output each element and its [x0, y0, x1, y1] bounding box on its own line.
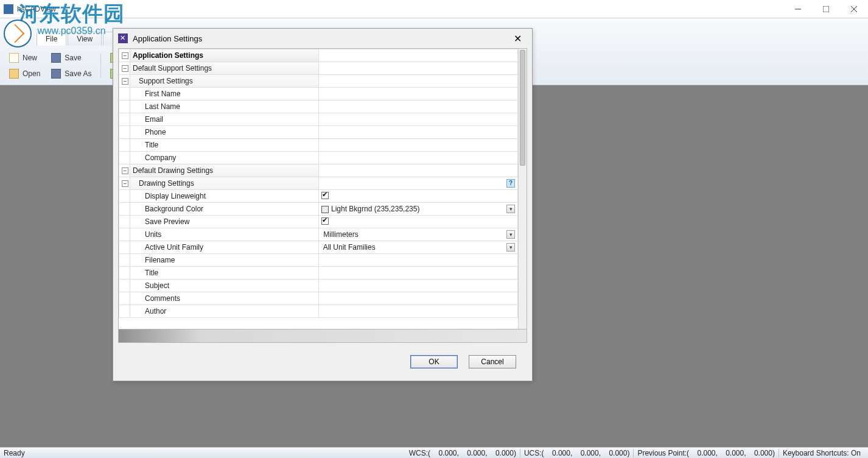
collapse-icon[interactable]: − — [122, 167, 128, 174]
cell-last-name: Last Name — [130, 100, 319, 113]
cell-author: Author — [130, 305, 319, 318]
svg-rect-1 — [823, 6, 829, 12]
main-titlebar: hsCADView — [0, 0, 868, 18]
row-active-unit-family[interactable]: Active Unit Family All Unit Families▾ — [119, 241, 518, 254]
value-comments[interactable] — [319, 292, 518, 305]
value-subject[interactable] — [319, 280, 518, 292]
tab-view[interactable]: View — [68, 32, 102, 46]
value-first-name[interactable] — [319, 88, 518, 100]
bg-color-text: Light Bkgrnd (235,235,235) — [331, 205, 419, 213]
open-button[interactable]: Open — [5, 66, 44, 81]
row-company[interactable]: Company — [119, 152, 518, 164]
row-filename[interactable]: Filename — [119, 254, 518, 267]
dialog-icon — [118, 33, 128, 43]
row-last-name[interactable]: Last Name — [119, 100, 518, 113]
dropdown-icon[interactable]: ▾ — [506, 230, 515, 239]
collapse-icon[interactable]: − — [122, 52, 128, 59]
value-company[interactable] — [319, 152, 518, 164]
row-subject[interactable]: Subject — [119, 280, 518, 292]
open-folder-icon — [9, 69, 19, 79]
row-display-lineweight[interactable]: Display Lineweight — [119, 190, 518, 203]
saveas-icon — [51, 69, 61, 79]
cell-drawing-settings: Drawing Settings — [130, 177, 319, 190]
ok-button[interactable]: OK — [410, 355, 458, 368]
value-active-unit-family[interactable]: All Unit Families▾ — [319, 241, 518, 254]
value-author[interactable] — [319, 305, 518, 318]
save-button[interactable]: Save — [47, 51, 96, 65]
cell-comments: Comments — [130, 292, 319, 305]
status-wcs: WCS:( 0.000, 0.000, 0.000) — [405, 449, 520, 457]
minimize-button[interactable] — [784, 0, 812, 18]
collapse-icon[interactable]: − — [122, 65, 128, 72]
dropdown-icon[interactable]: ▾ — [506, 205, 515, 213]
scrollbar-thumb[interactable] — [520, 50, 525, 166]
value-title[interactable] — [319, 139, 518, 152]
maximize-button[interactable] — [812, 0, 840, 18]
value-phone[interactable] — [319, 126, 518, 139]
cell-title2: Title — [130, 267, 319, 280]
toolbar-separator — [100, 54, 101, 78]
window-title: hsCADView — [17, 5, 56, 13]
close-button[interactable] — [840, 0, 868, 18]
cell-background-color: Background Color — [130, 203, 319, 216]
value-units[interactable]: Millimeters▾ — [319, 228, 518, 241]
cancel-button[interactable]: Cancel — [469, 355, 516, 368]
dialog-titlebar[interactable]: Application Settings ✕ — [113, 29, 532, 48]
row-drawing-settings[interactable]: −Drawing Settings? — [119, 177, 518, 190]
dialog-close-button[interactable]: ✕ — [508, 33, 527, 44]
cell-first-name: First Name — [130, 88, 319, 100]
cell-phone: Phone — [130, 126, 319, 139]
row-comments[interactable]: Comments — [119, 292, 518, 305]
dropdown-icon[interactable]: ▾ — [506, 243, 515, 252]
description-bar — [118, 329, 527, 343]
row-phone[interactable]: Phone — [119, 126, 518, 139]
status-shortcuts: Keyboard Shortcuts: On — [779, 449, 864, 457]
row-default-drawing[interactable]: −Default Drawing Settings — [119, 164, 518, 177]
status-prev-point: Previous Point:( 0.000, 0.000, 0.000) — [634, 449, 779, 457]
saveas-button[interactable]: Save As — [47, 66, 96, 81]
value-email[interactable] — [319, 113, 518, 126]
row-first-name[interactable]: First Name — [119, 88, 518, 100]
collapse-icon[interactable]: − — [122, 180, 128, 187]
auf-text: All Unit Families — [323, 243, 376, 252]
row-author[interactable]: Author — [119, 305, 518, 318]
row-title[interactable]: Title — [119, 139, 518, 152]
help-icon[interactable]: ? — [506, 179, 515, 188]
cell-default-support: Default Support Settings — [130, 62, 319, 75]
value-title2[interactable] — [319, 267, 518, 280]
row-email[interactable]: Email — [119, 113, 518, 126]
value-last-name[interactable] — [319, 100, 518, 113]
value-background-color[interactable]: Light Bkgrnd (235,235,235)▾ — [319, 203, 518, 216]
grid-scrollbar[interactable] — [518, 49, 527, 329]
row-title2[interactable]: Title — [119, 267, 518, 280]
property-grid: −Application Settings −Default Support S… — [118, 48, 527, 329]
status-ucs: UCS:( 0.000, 0.000, 0.000) — [520, 449, 634, 457]
collapse-icon[interactable]: − — [122, 78, 128, 85]
cell-display-lineweight: Display Lineweight — [130, 190, 319, 203]
row-support-settings[interactable]: −Support Settings — [119, 75, 518, 88]
save-preview-checkbox[interactable] — [321, 217, 329, 225]
app-icon — [4, 4, 13, 14]
cell-save-preview: Save Preview — [130, 216, 319, 228]
value-filename[interactable] — [319, 254, 518, 267]
tab-file[interactable]: File — [37, 32, 66, 46]
watermark-logo-icon — [4, 19, 32, 48]
cell-support-settings: Support Settings — [130, 75, 319, 88]
row-background-color[interactable]: Background ColorLight Bkgrnd (235,235,23… — [119, 203, 518, 216]
units-text: Millimeters — [323, 230, 358, 239]
status-bar: Ready WCS:( 0.000, 0.000, 0.000) UCS:( 0… — [0, 447, 868, 458]
saveas-label: Save As — [65, 69, 91, 78]
new-button[interactable]: New — [5, 51, 44, 65]
status-ready: Ready — [4, 449, 25, 457]
row-units[interactable]: Units Millimeters▾ — [119, 228, 518, 241]
row-application-settings[interactable]: −Application Settings — [119, 49, 518, 62]
row-save-preview[interactable]: Save Preview — [119, 216, 518, 228]
cell-default-drawing: Default Drawing Settings — [130, 164, 319, 177]
application-settings-dialog: Application Settings ✕ −Application Sett… — [113, 28, 533, 381]
row-default-support[interactable]: −Default Support Settings — [119, 62, 518, 75]
dialog-title: Application Settings — [133, 34, 202, 43]
cell-units: Units — [130, 228, 319, 241]
color-swatch-icon — [321, 206, 329, 213]
display-lineweight-checkbox[interactable] — [321, 192, 329, 199]
new-label: New — [23, 54, 37, 62]
